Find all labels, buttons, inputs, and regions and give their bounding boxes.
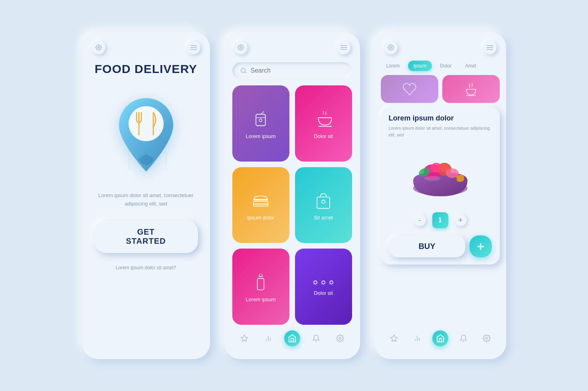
get-started-button[interactable]: GET STARTED bbox=[94, 220, 198, 253]
tab-lorem[interactable]: Lorem bbox=[381, 61, 406, 71]
category-bottle-label: Lorem ipsum bbox=[245, 296, 275, 302]
svg-line-22 bbox=[245, 72, 246, 73]
category-bag-label: Sit amet bbox=[314, 215, 333, 221]
nav3-gear[interactable] bbox=[479, 330, 495, 346]
svg-point-42 bbox=[390, 47, 392, 48]
screen3-topbar bbox=[374, 32, 506, 58]
svg-point-51 bbox=[431, 163, 442, 172]
screen1-content: FOOD DELIVERY bbox=[82, 58, 210, 278]
nav3-star[interactable] bbox=[386, 330, 402, 346]
category-more[interactable]: Dolor sit bbox=[295, 249, 352, 325]
category-bag[interactable]: Sit amet bbox=[295, 167, 352, 243]
svg-point-17 bbox=[240, 47, 242, 48]
nav-star[interactable] bbox=[236, 330, 252, 346]
svg-point-11 bbox=[129, 106, 164, 141]
screen3-card: Lorem Ipsum Dolor Amet bbox=[374, 32, 506, 359]
screen1-settings-icon[interactable] bbox=[92, 41, 105, 54]
screen2-bottom-nav bbox=[224, 325, 360, 353]
category-coffee[interactable]: Dolor sit bbox=[295, 85, 352, 162]
svg-rect-29 bbox=[253, 201, 268, 204]
svg-point-0 bbox=[98, 47, 99, 48]
svg-point-41 bbox=[339, 338, 341, 340]
screen2-settings-icon[interactable] bbox=[234, 41, 247, 54]
action-row: BUY bbox=[389, 235, 492, 257]
product-tabs: Lorem Ipsum Dolor Amet bbox=[374, 58, 506, 75]
screen2-menu-icon[interactable] bbox=[337, 41, 350, 54]
nav3-store[interactable] bbox=[432, 330, 448, 346]
category-drink[interactable]: Lorem ipsum bbox=[232, 85, 289, 162]
search-container bbox=[224, 58, 360, 85]
svg-rect-23 bbox=[256, 114, 265, 126]
decrease-quantity-button[interactable]: - bbox=[414, 214, 426, 226]
search-bar[interactable] bbox=[232, 62, 352, 79]
svg-rect-34 bbox=[259, 274, 262, 276]
screen3-settings-icon[interactable] bbox=[384, 41, 398, 54]
category-more-label: Dolor sit bbox=[314, 290, 333, 296]
screen1-subtitle: Lorem ipsum dolor sit amet, consectetuer… bbox=[94, 192, 198, 208]
svg-rect-32 bbox=[317, 197, 330, 209]
bag-icon bbox=[315, 192, 332, 209]
more-dots bbox=[313, 280, 333, 284]
svg-marker-56 bbox=[390, 335, 397, 342]
category-grid: Lorem ipsum Dolor sit bbox=[224, 85, 360, 325]
screen2-card: Lorem ipsum Dolor sit bbox=[224, 32, 360, 359]
buy-button[interactable]: BUY bbox=[389, 235, 465, 257]
svg-point-53 bbox=[424, 176, 440, 181]
tab-dolor[interactable]: Dolor bbox=[434, 61, 457, 71]
search-input[interactable] bbox=[251, 67, 344, 74]
product-detail-card: Lorem ipsum dolor Lorem ipsum dolor sit … bbox=[381, 107, 500, 265]
nav-gear[interactable] bbox=[332, 330, 348, 346]
screen3-bottom-nav bbox=[374, 325, 506, 353]
search-icon bbox=[240, 67, 247, 74]
category-bottle[interactable]: Lorem ipsum bbox=[232, 249, 289, 325]
nav3-chart[interactable] bbox=[409, 330, 425, 346]
screen2-topbar bbox=[224, 32, 360, 58]
map-pin-area bbox=[106, 88, 186, 184]
bottle-icon bbox=[252, 274, 269, 291]
svg-marker-37 bbox=[241, 335, 247, 342]
add-to-cart-button[interactable] bbox=[469, 235, 492, 257]
screen1-menu-icon[interactable] bbox=[187, 41, 200, 54]
bottom-link-text[interactable]: Lorem ipsum dolor sit amet? bbox=[116, 265, 176, 271]
quantity-display: 1 bbox=[432, 212, 448, 228]
tab-ipsum[interactable]: Ipsum bbox=[408, 61, 432, 71]
category-burger-label: Ipsum dolor bbox=[247, 215, 274, 221]
bowl-image-container bbox=[389, 144, 492, 204]
screen1-card: FOOD DELIVERY bbox=[82, 32, 210, 359]
category-drink-label: Lorem ipsum bbox=[245, 133, 275, 139]
svg-point-60 bbox=[485, 338, 487, 340]
quantity-row: - 1 + bbox=[389, 212, 492, 228]
location-pin bbox=[114, 95, 178, 176]
food-bowl-svg bbox=[404, 144, 476, 204]
screen3-body: Lorem Ipsum Dolor Amet bbox=[374, 58, 506, 353]
nav-bell[interactable] bbox=[308, 330, 324, 346]
header-card-pink[interactable] bbox=[442, 75, 500, 103]
drink-icon bbox=[252, 111, 269, 128]
product-header-cards bbox=[374, 75, 506, 107]
burger-icon bbox=[252, 192, 269, 209]
screen2-body: Lorem ipsum Dolor sit bbox=[224, 58, 360, 353]
coffee-icon bbox=[315, 111, 332, 128]
category-burger[interactable]: Ipsum dolor bbox=[232, 167, 289, 243]
increase-quantity-button[interactable]: + bbox=[455, 214, 467, 226]
svg-point-33 bbox=[322, 200, 325, 203]
nav3-bell[interactable] bbox=[455, 330, 471, 346]
svg-rect-30 bbox=[253, 204, 268, 206]
category-coffee-label: Dolor sit bbox=[314, 133, 333, 139]
svg-point-26 bbox=[259, 119, 262, 122]
nav-store[interactable] bbox=[284, 330, 300, 346]
app-title: FOOD DELIVERY bbox=[95, 62, 197, 76]
product-description: Lorem ipsum dolor sit amet, consectetuer… bbox=[389, 125, 492, 138]
nav-chart[interactable] bbox=[260, 330, 276, 346]
product-title: Lorem ipsum dolor bbox=[389, 114, 492, 122]
screen1-topbar bbox=[82, 32, 210, 58]
screen3-menu-icon[interactable] bbox=[483, 41, 497, 54]
tab-amet[interactable]: Amet bbox=[459, 61, 482, 71]
header-card-purple[interactable] bbox=[381, 75, 438, 103]
